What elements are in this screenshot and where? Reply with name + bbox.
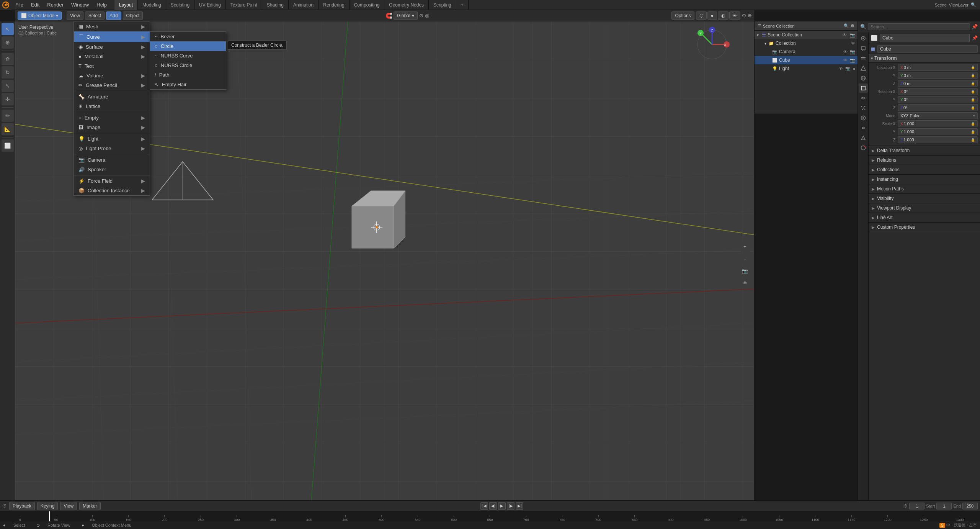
tool-annotate[interactable]: ✏ bbox=[2, 110, 14, 122]
props-tab-particles[interactable] bbox=[859, 103, 868, 113]
marker-btn[interactable]: Marker bbox=[79, 502, 100, 510]
transform-section-header[interactable]: ▾ Transform bbox=[869, 54, 980, 63]
relations-header[interactable]: ▶ Relations bbox=[869, 156, 980, 165]
zoom-out-btn[interactable]: - bbox=[740, 253, 750, 264]
root-eye[interactable]: 👁 bbox=[843, 33, 847, 37]
tab-geometry-nodes[interactable]: Geometry Nodes bbox=[384, 0, 429, 10]
mode-selector[interactable]: ⬜ Object Mode ▾ bbox=[18, 11, 62, 20]
menu-help[interactable]: Help bbox=[93, 0, 111, 10]
loc-y-val[interactable]: Y 0 m 🔒 bbox=[898, 72, 978, 79]
current-frame[interactable]: 1 bbox=[909, 503, 924, 509]
loc-z-lock[interactable]: 🔒 bbox=[971, 82, 975, 85]
proportional-icon[interactable]: ◎ bbox=[425, 13, 429, 18]
scale-z-val[interactable]: Z 1.000 🔒 bbox=[898, 136, 978, 143]
menu-window[interactable]: Window bbox=[67, 0, 93, 10]
scale-x-val[interactable]: X 1.000 🔒 bbox=[898, 120, 978, 127]
rot-z-val[interactable]: Z 0° 🔒 bbox=[898, 104, 978, 111]
visibility-header[interactable]: ▶ Visibility bbox=[869, 194, 980, 203]
motion-paths-header[interactable]: ▶ Motion Paths bbox=[869, 184, 980, 193]
tool-measure[interactable]: 📐 bbox=[2, 123, 14, 135]
coll-eye[interactable]: 👁 bbox=[851, 41, 855, 46]
menu-item-collection-instance[interactable]: 📦 Collection Instance ▶ bbox=[74, 186, 150, 195]
magnet-icon[interactable]: 🧲 bbox=[385, 13, 392, 19]
scene-collection-root[interactable]: ▾ ☰ Scene Collection 👁 📷 bbox=[755, 31, 858, 39]
scale-z-lock[interactable]: 🔒 bbox=[971, 138, 975, 142]
scale-x-lock[interactable]: 🔒 bbox=[971, 122, 975, 126]
rot-z-lock[interactable]: 🔒 bbox=[971, 106, 975, 110]
view-menu[interactable]: View bbox=[67, 11, 83, 20]
light-restrict[interactable]: 📷 bbox=[845, 66, 851, 71]
cam-restrict[interactable]: 📷 bbox=[850, 49, 855, 54]
play-btn[interactable]: ▶ bbox=[498, 502, 506, 510]
sort-icon[interactable]: ⚙ bbox=[851, 23, 854, 28]
prev-frame-btn[interactable]: ◀| bbox=[489, 502, 497, 510]
menu-item-mesh[interactable]: ▦ Mesh ▶ bbox=[74, 22, 150, 31]
props-tab-render[interactable] bbox=[859, 34, 868, 43]
props-tab-scene[interactable] bbox=[859, 64, 868, 73]
scale-y-lock[interactable]: 🔒 bbox=[971, 130, 975, 134]
search-icon[interactable]: 🔍 bbox=[971, 2, 976, 7]
tool-transform[interactable]: ✛ bbox=[2, 93, 14, 105]
tab-layout[interactable]: Layout bbox=[114, 0, 138, 10]
tab-rendering[interactable]: Rendering bbox=[318, 0, 349, 10]
rot-y-val[interactable]: Y 0° 🔒 bbox=[898, 96, 978, 103]
rot-mode-select[interactable]: XYZ Euler ▾ bbox=[898, 112, 978, 119]
cube-restrict[interactable]: 📷 bbox=[850, 58, 855, 63]
tree-collection[interactable]: ▾ 📁 Collection 👁 bbox=[755, 39, 858, 47]
submenu-circle[interactable]: ○ Circle Construct a Bezier Circle. bbox=[150, 41, 226, 51]
props-tab-object[interactable] bbox=[859, 84, 868, 93]
next-frame-btn[interactable]: |▶ bbox=[507, 502, 514, 510]
tool-rotate[interactable]: ↻ bbox=[2, 66, 14, 79]
custom-props-header[interactable]: ▶ Custom Properties bbox=[869, 223, 980, 232]
playback-btn[interactable]: Playback bbox=[9, 502, 35, 510]
menu-item-light[interactable]: 💡 Light ▶ bbox=[74, 134, 150, 144]
instancing-header[interactable]: ▶ Instancing bbox=[869, 175, 980, 184]
rot-y-lock[interactable]: 🔒 bbox=[971, 98, 975, 102]
props-tab-modifier[interactable] bbox=[859, 93, 868, 103]
tab-modeling[interactable]: Modeling bbox=[138, 0, 166, 10]
menu-item-force-field[interactable]: ⚡ Force Field ▶ bbox=[74, 176, 150, 186]
menu-item-surface[interactable]: ◉ Surface ▶ bbox=[74, 42, 150, 52]
tab-animation[interactable]: Animation bbox=[289, 0, 318, 10]
wireframe-btn[interactable]: ⬡ bbox=[696, 11, 707, 20]
viewport-gizmo[interactable]: X Y Z bbox=[693, 25, 731, 64]
menu-item-empty[interactable]: ○ Empty ▶ bbox=[74, 113, 150, 123]
props-tab-world[interactable] bbox=[859, 74, 868, 83]
delta-transform-header[interactable]: ▶ Delta Transform bbox=[869, 146, 980, 155]
menu-item-grease-pencil[interactable]: ✏ Grease Pencil ▶ bbox=[74, 80, 150, 90]
tree-camera[interactable]: 📷 Camera 👁 📷 bbox=[755, 47, 858, 56]
menu-item-image[interactable]: 🖼 Image ▶ bbox=[74, 123, 150, 132]
object-name-field[interactable] bbox=[880, 34, 970, 42]
menu-file[interactable]: File bbox=[11, 0, 27, 10]
props-pin-icon[interactable]: 📌 bbox=[972, 24, 978, 29]
menu-item-armature[interactable]: 🦴 Armature bbox=[74, 92, 150, 102]
props-tab-constraints[interactable] bbox=[859, 123, 868, 133]
tool-cursor[interactable]: ⊕ bbox=[2, 36, 14, 49]
rendered-btn[interactable]: ☀ bbox=[729, 11, 740, 20]
props-search-icon[interactable]: 🔍 bbox=[860, 24, 866, 29]
obj-data-name-field[interactable] bbox=[877, 45, 978, 53]
collections-header[interactable]: ▶ Collections bbox=[869, 165, 980, 174]
tool-select[interactable]: ↖ bbox=[2, 23, 14, 35]
select-menu[interactable]: Select bbox=[85, 11, 105, 20]
loc-x-val[interactable]: X 0 m 🔒 bbox=[898, 64, 978, 71]
timeline-view-btn[interactable]: View bbox=[60, 502, 77, 510]
loc-x-lock[interactable]: 🔒 bbox=[971, 66, 975, 69]
menu-item-metaball[interactable]: ● Metaball ▶ bbox=[74, 52, 150, 61]
menu-edit[interactable]: Edit bbox=[27, 0, 43, 10]
props-tab-data[interactable] bbox=[859, 133, 868, 142]
root-camera-icon[interactable]: 📷 bbox=[850, 33, 855, 38]
tab-compositing[interactable]: Compositing bbox=[350, 0, 385, 10]
tab-sculpting[interactable]: Sculpting bbox=[166, 0, 194, 10]
scale-y-val[interactable]: Y 1.000 🔒 bbox=[898, 128, 978, 135]
loc-y-lock[interactable]: 🔒 bbox=[971, 74, 975, 77]
tool-scale[interactable]: ⤡ bbox=[2, 80, 14, 92]
tab-uv-editing[interactable]: UV Editing bbox=[194, 0, 226, 10]
menu-item-speaker[interactable]: 🔊 Speaker bbox=[74, 165, 150, 174]
props-tab-viewlayer[interactable] bbox=[859, 54, 868, 63]
tree-light[interactable]: 💡 Light 👁 📷 ● bbox=[755, 64, 858, 73]
zoom-in-btn[interactable]: + bbox=[740, 241, 750, 252]
menu-item-text[interactable]: T Text bbox=[74, 61, 150, 71]
timeline-ruler[interactable]: 0501001502002503003504004505005506006507… bbox=[0, 511, 980, 522]
options-btn[interactable]: Options bbox=[671, 11, 694, 20]
